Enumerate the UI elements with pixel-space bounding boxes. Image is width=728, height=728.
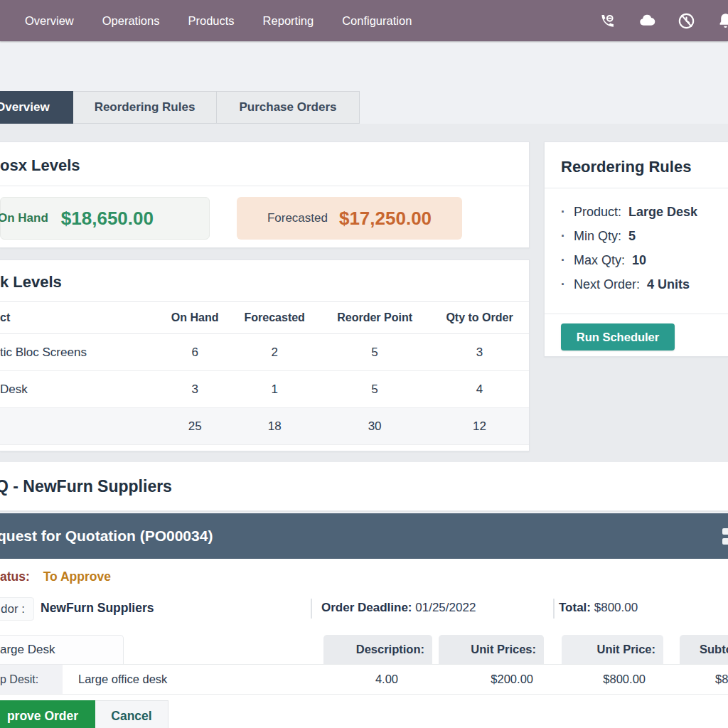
divider bbox=[553, 599, 555, 619]
top-navbar: Overview Operations Products Reporting C… bbox=[0, 0, 728, 41]
rule-max-qty-value: 10 bbox=[632, 248, 646, 272]
product-line-tab[interactable]: arge Desk bbox=[0, 635, 124, 664]
col-unit-price: Unit Price: bbox=[562, 635, 663, 664]
cell-reorder-point: 5 bbox=[319, 334, 430, 371]
tab-overview-label: Overview bbox=[0, 100, 50, 114]
reordering-rules-title: Reordering Rules bbox=[545, 142, 728, 188]
rule-next-order-value: 4 Units bbox=[647, 272, 690, 296]
on-hand-stat: On Hand $18,650.00 bbox=[0, 197, 210, 240]
order-line-qty: 4.00 bbox=[334, 673, 398, 686]
cell-qty-to-order: 12 bbox=[430, 408, 529, 445]
stock-overview-card: osx Levels On Hand $18,650.00 Forecasted… bbox=[0, 141, 530, 248]
tab-overview[interactable]: Overview bbox=[0, 91, 73, 124]
cancel-button[interactable]: Cancel bbox=[95, 700, 168, 728]
status-row: atus: To Approve bbox=[0, 569, 111, 584]
reordering-rules-list: Product: Large Desk Min Qty: 5 Max Qty: … bbox=[561, 200, 728, 296]
order-line-unit-price: $200.00 bbox=[455, 673, 533, 686]
rule-min-qty-value: 5 bbox=[628, 224, 636, 248]
rfq-title-bar: quest for Quotation (PO00034) bbox=[0, 513, 728, 559]
cell-reorder-point: 30 bbox=[319, 408, 430, 445]
table-row[interactable]: Desk 3 1 5 4 bbox=[0, 371, 529, 408]
order-line-subtotal-overflow: $8 bbox=[715, 673, 728, 686]
vendor-value[interactable]: NewFurn Suppliers bbox=[41, 601, 154, 616]
support-icon[interactable] bbox=[599, 11, 618, 31]
rfq-title: quest for Quotation (PO00034) bbox=[0, 528, 213, 545]
cell-qty-to-order: 3 bbox=[430, 334, 529, 371]
order-line-columns: Description: Unit Prices: Unit Price: Su… bbox=[323, 635, 728, 664]
order-deadline: Order Deadline: 01/25/2022 bbox=[321, 601, 476, 615]
on-hand-label: On Hand bbox=[0, 211, 48, 225]
col-description: Description: bbox=[323, 635, 432, 664]
col-reorder-point: Reorder Point bbox=[319, 302, 430, 334]
rule-max-qty: Max Qty: 10 bbox=[561, 248, 728, 272]
nav-item-overview[interactable]: Overview bbox=[25, 14, 74, 28]
stock-levels-card: k Levels ct On Hand Forecasted Reorder P… bbox=[0, 259, 530, 451]
divider bbox=[545, 314, 728, 314]
tab-reordering-rules-label: Reordering Rules bbox=[95, 100, 196, 114]
approve-order-button[interactable]: prove Order bbox=[0, 700, 95, 728]
cell-forecasted: 2 bbox=[230, 334, 319, 371]
bar-edge-decoration bbox=[722, 528, 728, 545]
stock-stats: On Hand $18,650.00 Forecasted $17,250.00 bbox=[0, 186, 529, 240]
order-total-value: $800.00 bbox=[594, 601, 638, 614]
tab-reordering-rules[interactable]: Reordering Rules bbox=[73, 91, 217, 124]
cell-qty-to-order: 4 bbox=[430, 371, 529, 408]
col-forecasted: Forecasted bbox=[230, 302, 319, 334]
rule-product-label: Product: bbox=[574, 200, 621, 224]
table-row[interactable]: 25 18 30 12 bbox=[0, 408, 529, 445]
stock-table-header-row: ct On Hand Forecasted Reorder Point Qty … bbox=[0, 302, 529, 334]
order-line-subtotal: $800.00 bbox=[567, 673, 646, 686]
rule-product-value: Large Desk bbox=[628, 200, 697, 224]
on-hand-value: $18,650.00 bbox=[61, 208, 154, 230]
order-line-label: p Desit: bbox=[0, 665, 63, 694]
cell-on-hand: 6 bbox=[160, 334, 230, 371]
order-line-row[interactable]: p Desit: Large office desk 4.00 $200.00 … bbox=[0, 664, 728, 695]
cell-on-hand: 3 bbox=[160, 371, 230, 408]
col-qty-to-order: Qty to Order bbox=[430, 302, 529, 334]
cell-forecasted: 18 bbox=[230, 408, 319, 445]
order-deadline-value: 01/25/2022 bbox=[415, 601, 476, 614]
clock-icon[interactable] bbox=[677, 11, 696, 31]
nav-item-reporting[interactable]: Reporting bbox=[263, 14, 314, 28]
col-unit-prices: Unit Prices: bbox=[439, 635, 544, 664]
order-total-label: Total: bbox=[559, 601, 591, 614]
reordering-rules-panel: Reordering Rules Product: Large Desk Min… bbox=[544, 141, 728, 357]
main-menu: Overview Operations Products Reporting C… bbox=[25, 14, 412, 28]
rule-max-qty-label: Max Qty: bbox=[574, 248, 625, 272]
forecasted-value: $17,250.00 bbox=[339, 208, 432, 230]
rfq-section-title: Q - NewFurn Suppliers bbox=[0, 477, 172, 496]
order-total: Total: $800.00 bbox=[559, 601, 638, 615]
run-scheduler-button[interactable]: Run Scheduler bbox=[561, 323, 675, 350]
cell-on-hand: 25 bbox=[160, 408, 230, 445]
nav-item-operations[interactable]: Operations bbox=[102, 14, 160, 28]
status-badge: To Approve bbox=[43, 569, 111, 584]
tab-purchase-orders-label: Purchase Orders bbox=[239, 100, 336, 114]
forecasted-stat: Forecasted $17,250.00 bbox=[237, 197, 462, 240]
bell-icon[interactable] bbox=[716, 11, 728, 31]
stock-levels-title: k Levels bbox=[0, 260, 529, 301]
rule-min-qty: Min Qty: 5 bbox=[561, 224, 728, 248]
order-info-row: dor : NewFurn Suppliers Order Deadline: … bbox=[0, 597, 728, 623]
vendor-label: dor : bbox=[0, 597, 34, 621]
tab-purchase-orders[interactable]: Purchase Orders bbox=[217, 91, 360, 124]
col-on-hand: On Hand bbox=[160, 302, 230, 334]
status-label: atus: bbox=[0, 569, 30, 584]
nav-item-configuration[interactable]: Configuration bbox=[342, 14, 412, 28]
order-deadline-label: Order Deadline: bbox=[321, 601, 412, 614]
cell-product bbox=[0, 408, 160, 445]
rfq-section-header: Q - NewFurn Suppliers bbox=[0, 462, 728, 512]
stock-levels-table: ct On Hand Forecasted Reorder Point Qty … bbox=[0, 301, 529, 445]
cell-product: tic Bloc Screens bbox=[0, 334, 160, 371]
cell-product: Desk bbox=[0, 371, 160, 408]
rule-next-order-label: Next Order: bbox=[574, 272, 640, 296]
rule-next-order: Next Order: 4 Units bbox=[561, 272, 728, 296]
cloud-icon[interactable] bbox=[638, 11, 657, 31]
col-subtotal: Subtotal bbox=[680, 635, 728, 664]
col-product: ct bbox=[0, 302, 160, 334]
divider bbox=[311, 599, 312, 619]
forecasted-label: Forecasted bbox=[267, 211, 328, 225]
nav-item-products[interactable]: Products bbox=[188, 14, 234, 28]
navbar-icons bbox=[599, 11, 728, 31]
table-row[interactable]: tic Bloc Screens 6 2 5 3 bbox=[0, 334, 529, 371]
rule-product: Product: Large Desk bbox=[561, 200, 728, 224]
